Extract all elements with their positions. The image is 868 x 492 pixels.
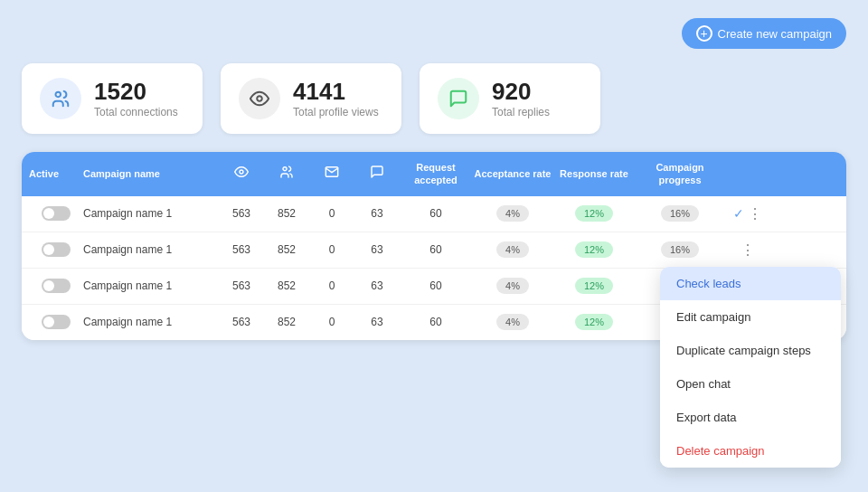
eye-icon xyxy=(250,89,269,109)
svg-point-1 xyxy=(257,96,262,101)
menu-item-export-data[interactable]: Export data xyxy=(660,401,841,434)
menu-item-check-leads[interactable]: Check leads xyxy=(660,267,841,300)
row3-active xyxy=(29,279,83,293)
row4-mail: 0 xyxy=(309,316,354,328)
th-mail-icon xyxy=(309,165,354,183)
row4-campaign-name: Campaign name 1 xyxy=(83,316,219,328)
row2-actions: ⋮ xyxy=(725,241,770,259)
connections-number: 1520 xyxy=(94,79,178,105)
connections-stat-text: 1520 Total connections xyxy=(94,79,178,119)
row4-acceptance-rate: 4% xyxy=(472,314,553,330)
row1-progress-badge: 16% xyxy=(661,205,699,222)
row1-response-rate: 12% xyxy=(553,205,635,222)
row2-progress: 16% xyxy=(635,241,725,258)
row3-response-rate: 12% xyxy=(553,278,635,294)
row3-acceptance-rate: 4% xyxy=(472,278,553,294)
svg-point-3 xyxy=(283,167,287,171)
row1-connections: 852 xyxy=(264,207,309,220)
row3-chat: 63 xyxy=(354,279,400,292)
profile-views-number: 4141 xyxy=(293,79,379,105)
chat-icon xyxy=(448,89,468,109)
row1-chat: 63 xyxy=(354,207,400,220)
row4-active xyxy=(29,315,83,329)
page-wrapper: + Create new campaign 1520 Total connect… xyxy=(0,0,868,492)
row2-mail: 0 xyxy=(309,243,354,256)
row4-views: 563 xyxy=(219,316,264,328)
th-connections-icon xyxy=(264,165,309,183)
row4-toggle[interactable] xyxy=(42,315,71,329)
top-bar: + Create new campaign xyxy=(22,18,846,49)
replies-label: Total replies xyxy=(492,106,550,118)
stat-card-replies: 920 Total replies xyxy=(420,63,600,134)
th-request-accepted: Request accepted xyxy=(400,161,472,187)
menu-item-edit-campaign[interactable]: Edit campaign xyxy=(660,300,841,334)
row2-acceptance-rate: 4% xyxy=(472,241,553,258)
row4-response-badge: 12% xyxy=(575,314,613,330)
menu-item-delete-campaign[interactable]: Delete campaign xyxy=(660,434,841,468)
row1-acceptance-badge: 4% xyxy=(496,205,529,222)
row1-toggle[interactable] xyxy=(42,206,71,221)
profile-views-stat-text: 4141 Total profile views xyxy=(293,79,379,119)
row1-request-accepted: 60 xyxy=(400,207,472,220)
row3-campaign-name: Campaign name 1 xyxy=(83,279,219,292)
svg-point-0 xyxy=(56,92,61,98)
row2-dots-icon[interactable]: ⋮ xyxy=(741,241,755,259)
row2-chat: 63 xyxy=(354,243,400,256)
connections-icon xyxy=(51,89,71,109)
row1-campaign-name: Campaign name 1 xyxy=(83,207,219,220)
row2-request-accepted: 60 xyxy=(400,243,472,256)
row1-acceptance-rate: 4% xyxy=(472,205,553,222)
row1-check-icon: ✓ xyxy=(733,206,744,221)
svg-point-2 xyxy=(240,170,243,174)
row2-views: 563 xyxy=(219,243,264,256)
connections-icon-wrapper xyxy=(40,78,81,119)
row3-request-accepted: 60 xyxy=(400,279,472,292)
row3-connections: 852 xyxy=(264,279,309,292)
table-header: Active Campaign name Request accepted Ac… xyxy=(22,152,846,196)
row4-response-rate: 12% xyxy=(553,314,635,330)
replies-number: 920 xyxy=(492,79,550,105)
stats-row: 1520 Total connections 4141 Total profil… xyxy=(22,63,846,134)
th-campaign-name: Campaign name xyxy=(83,167,219,180)
row3-acceptance-badge: 4% xyxy=(496,278,529,294)
row1-response-badge: 12% xyxy=(575,205,613,222)
create-campaign-button[interactable]: + Create new campaign xyxy=(682,18,846,49)
menu-item-open-chat[interactable]: Open chat xyxy=(660,367,841,401)
th-campaign-progress: Campaign progress xyxy=(635,161,725,187)
connections-label: Total connections xyxy=(94,106,178,118)
row1-mail: 0 xyxy=(309,207,354,220)
row3-toggle[interactable] xyxy=(42,279,71,293)
row1-views: 563 xyxy=(219,207,264,220)
row1-actions: ✓ ⋮ xyxy=(725,205,770,222)
th-views-icon xyxy=(219,165,264,183)
row1-dots-icon[interactable]: ⋮ xyxy=(748,205,762,222)
th-acceptance-rate: Acceptance rate xyxy=(472,167,553,180)
table-row: Campaign name 1 563 852 0 63 60 4% 12% 1… xyxy=(22,232,846,269)
stat-card-profile-views: 4141 Total profile views xyxy=(221,63,401,134)
row2-toggle[interactable] xyxy=(42,242,71,257)
create-campaign-label: Create new campaign xyxy=(718,27,832,41)
menu-item-duplicate[interactable]: Duplicate campaign steps xyxy=(660,334,841,367)
plus-circle-icon: + xyxy=(696,25,712,42)
row4-request-accepted: 60 xyxy=(400,316,472,328)
row2-response-rate: 12% xyxy=(553,241,635,258)
row4-connections: 852 xyxy=(264,316,309,328)
row1-active xyxy=(29,206,83,221)
row2-acceptance-badge: 4% xyxy=(496,241,529,258)
row3-mail: 0 xyxy=(309,279,354,292)
row2-campaign-name: Campaign name 1 xyxy=(83,243,219,256)
row2-connections: 852 xyxy=(264,243,309,256)
row4-chat: 63 xyxy=(354,316,400,328)
replies-stat-text: 920 Total replies xyxy=(492,79,550,119)
stat-card-connections: 1520 Total connections xyxy=(22,63,203,134)
row1-progress: 16% xyxy=(635,205,725,222)
row4-acceptance-badge: 4% xyxy=(496,314,529,330)
context-menu: Check leads Edit campaign Duplicate camp… xyxy=(660,267,841,468)
th-chat-icon xyxy=(354,165,400,183)
row2-active xyxy=(29,242,83,257)
profile-views-label: Total profile views xyxy=(293,106,379,118)
row3-response-badge: 12% xyxy=(575,278,613,294)
replies-icon-wrapper xyxy=(438,78,479,119)
row2-response-badge: 12% xyxy=(575,241,613,258)
table-row: Campaign name 1 563 852 0 63 60 4% 12% 1… xyxy=(22,196,846,232)
